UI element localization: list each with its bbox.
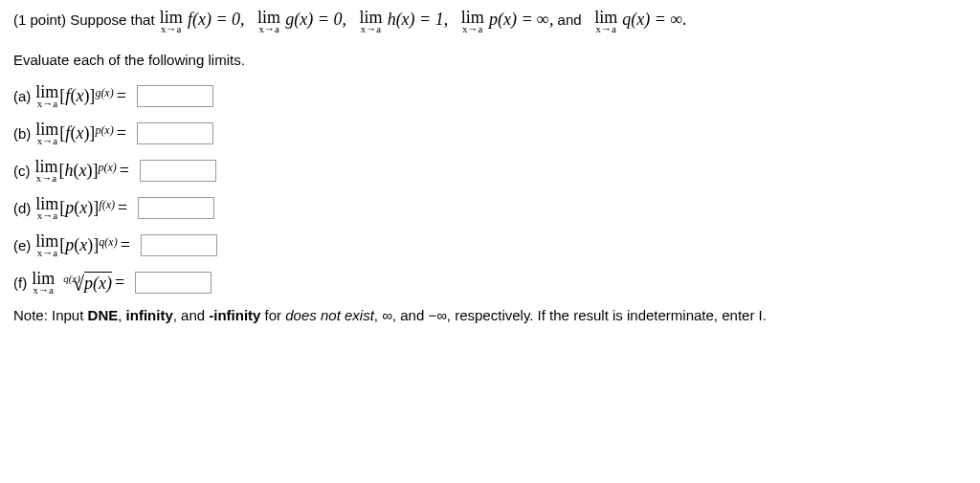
answer-b[interactable] xyxy=(137,122,213,144)
part-e: (e) lim x→a [p(x)]q(x) = xyxy=(13,232,967,258)
cond-f: f(x) = 0, xyxy=(188,10,245,29)
answer-f[interactable] xyxy=(135,272,212,294)
eq-b: = xyxy=(117,124,126,142)
lim-g: lim x→a xyxy=(257,9,280,34)
answer-a[interactable] xyxy=(137,85,213,107)
note-pre: Note: Input xyxy=(13,307,88,323)
answer-c[interactable] xyxy=(140,160,216,182)
lim-q: lim x→a xyxy=(594,9,617,34)
cond-p: p(x) = ∞, xyxy=(489,10,553,29)
answer-e[interactable] xyxy=(141,234,217,256)
and-text: and xyxy=(558,11,582,28)
problem-intro: (1 point) Suppose that lim x→a f(x) = 0,… xyxy=(13,8,967,34)
expr-d-exp: f(x) xyxy=(99,199,115,210)
label-e: (e) xyxy=(13,238,31,252)
label-f: (f) xyxy=(13,275,27,290)
lim-b: lim x→a xyxy=(35,121,58,146)
cond-g: g(x) = 0, xyxy=(285,10,346,29)
points-label: (1 point) xyxy=(13,11,66,28)
expr-d-base: [p(x)] xyxy=(59,199,99,216)
note-text: Note: Input DNE, infinity, and -infinity… xyxy=(13,307,967,323)
expr-c-base: [h(x)] xyxy=(59,162,99,179)
note-dne: DNE xyxy=(88,307,119,323)
expr-c-exp: p(x) xyxy=(99,162,117,173)
label-d: (d) xyxy=(13,201,31,215)
eq-d: = xyxy=(118,199,127,216)
part-f: (f) lim x→a q(x)√p(x) = xyxy=(13,270,967,296)
lim-f: lim x→a xyxy=(160,9,183,34)
radicand: p(x) xyxy=(84,272,112,293)
label-c: (c) xyxy=(13,164,31,178)
expr-e-exp: q(x) xyxy=(99,236,117,248)
part-d: (d) lim x→a [p(x)]f(x) = xyxy=(13,195,967,221)
instruction-text: Evaluate each of the following limits. xyxy=(13,52,967,68)
lim-e: lim x→a xyxy=(35,232,58,258)
expr-a-exp: g(x) xyxy=(95,87,113,99)
cond-q: q(x) = ∞. xyxy=(622,10,686,29)
expr-a-base: [f(x)] xyxy=(59,87,95,104)
label-b: (b) xyxy=(13,126,31,141)
note-tail: , ∞, and −∞, respectively. If the result… xyxy=(374,307,767,323)
expr-b-base: [f(x)] xyxy=(59,124,95,142)
lim-f2: lim x→a xyxy=(32,270,55,296)
expr-b-exp: p(x) xyxy=(95,124,113,136)
eq-c: = xyxy=(120,162,129,179)
cond-h: h(x) = 1, xyxy=(388,10,449,29)
label-a: (a) xyxy=(13,89,31,103)
part-b: (b) lim x→a [f(x)]p(x) = xyxy=(13,121,967,146)
expr-e-base: [p(x)] xyxy=(59,236,99,253)
root-expr: q(x)√p(x) xyxy=(56,272,112,293)
note-dne-i: does not exist xyxy=(285,307,374,323)
answer-d[interactable] xyxy=(138,197,214,219)
note-inf: infinity xyxy=(126,307,173,323)
note-ninf: -infinity xyxy=(209,307,260,323)
lim-a: lim x→a xyxy=(35,83,58,109)
part-c: (c) lim x→a [h(x)]p(x) = xyxy=(13,158,967,184)
eq-e: = xyxy=(121,236,130,253)
lim-c: lim x→a xyxy=(35,158,58,184)
eq-a: = xyxy=(117,87,126,104)
suppose-text: Suppose that xyxy=(70,11,154,28)
eq-f: = xyxy=(115,274,124,291)
lim-d: lim x→a xyxy=(35,195,58,221)
lim-h: lim x→a xyxy=(359,9,382,34)
part-a: (a) lim x→a [f(x)]g(x) = xyxy=(13,83,967,109)
lim-p: lim x→a xyxy=(461,9,484,34)
